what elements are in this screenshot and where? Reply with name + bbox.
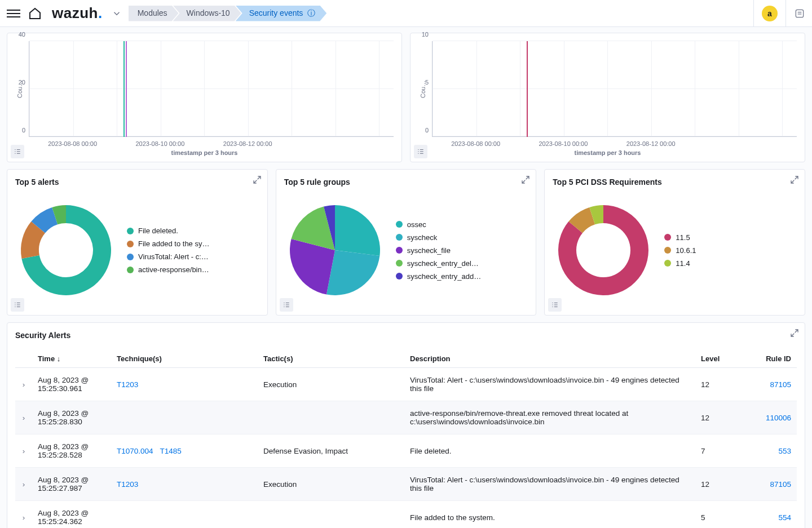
app-header: wazuh. Modules Windows-10 Security event… — [0, 0, 812, 27]
technique-link[interactable]: T1485 — [160, 447, 182, 455]
legend-label: syscheck — [407, 233, 437, 242]
breadcrumb-modules[interactable]: Modules — [129, 6, 179, 21]
legend-item[interactable]: active-response/bin… — [127, 265, 259, 274]
legend-item[interactable]: ossec — [396, 220, 528, 229]
legend-item[interactable]: File deleted. — [127, 227, 259, 235]
legend-swatch — [664, 234, 671, 241]
news-icon[interactable] — [794, 8, 805, 19]
list-toggle-icon[interactable] — [280, 298, 293, 312]
content: Cou… 020402023-08-08 00:002023-08-10 00:… — [0, 27, 812, 528]
pie-chart[interactable] — [553, 197, 654, 304]
expand-icon[interactable] — [790, 329, 799, 338]
panel-title: Security Alerts — [15, 331, 797, 340]
list-toggle-icon[interactable] — [11, 298, 24, 312]
ts-plot[interactable]: 05102023-08-08 00:002023-08-10 00:002023… — [432, 41, 797, 137]
logo[interactable]: wazuh. — [52, 5, 103, 22]
pie-chart[interactable] — [284, 197, 386, 304]
table-row: › Aug 8, 2023 @ 15:25:24.362 File added … — [15, 501, 797, 529]
cell-ruleid: 554 — [740, 501, 797, 529]
legend-item[interactable]: syscheck_entry_add… — [396, 272, 528, 281]
cell-technique: T1203 — [111, 368, 258, 401]
legend-swatch — [396, 260, 403, 267]
expand-row-icon[interactable]: › — [15, 368, 32, 401]
legend-label: 11.4 — [676, 259, 690, 268]
ruleid-link[interactable]: 110006 — [766, 414, 791, 422]
cell-ruleid: 87105 — [740, 468, 797, 501]
col-description[interactable]: Description — [404, 350, 695, 368]
chevron-down-icon[interactable] — [112, 8, 122, 19]
cell-technique: T1070.004T1485 — [111, 434, 258, 468]
pie-chart[interactable] — [15, 197, 117, 304]
legend-label: ossec — [407, 220, 426, 229]
logo-dot: . — [98, 5, 103, 21]
col-technique[interactable]: Technique(s) — [111, 350, 258, 368]
expand-icon[interactable] — [521, 175, 530, 184]
legend-swatch — [127, 254, 134, 260]
expand-row-icon[interactable]: › — [15, 434, 32, 468]
table-row: › Aug 8, 2023 @ 15:25:30.961 T1203 Execu… — [15, 368, 797, 401]
legend-item[interactable]: 11.5 — [664, 233, 797, 242]
pie-slice[interactable] — [335, 205, 380, 256]
pie-panel-1: Top 5 rule groups ossecsyschecksyscheck_… — [276, 169, 537, 316]
legend-label: syscheck_file — [407, 246, 451, 255]
ts-xlabel: timestamp per 3 hours — [15, 149, 394, 156]
home-icon[interactable] — [28, 7, 42, 20]
legend-item[interactable]: syscheck_file — [396, 246, 528, 255]
ruleid-link[interactable]: 87105 — [770, 480, 791, 489]
svg-rect-0 — [796, 10, 803, 17]
legend-item[interactable]: 11.4 — [664, 259, 797, 268]
menu-icon[interactable] — [7, 7, 20, 20]
info-icon: ⓘ — [307, 8, 315, 17]
col-label: Time — [38, 354, 55, 363]
technique-link[interactable]: T1203 — [117, 380, 138, 389]
ts-ylabel: Cou… — [15, 41, 24, 137]
ruleid-link[interactable]: 554 — [778, 513, 791, 522]
legend-item[interactable]: syscheck — [396, 233, 528, 242]
avatar[interactable]: a — [762, 6, 778, 21]
technique-link[interactable]: T1070.004 — [117, 447, 153, 455]
legend-swatch — [664, 247, 671, 254]
legend-swatch — [664, 260, 671, 267]
ts-spike — [126, 41, 127, 137]
cell-level: 12 — [695, 468, 740, 501]
technique-link[interactable]: T1203 — [117, 480, 138, 489]
cell-ruleid: 553 — [740, 434, 797, 468]
expand-row-icon[interactable]: › — [15, 401, 32, 434]
ts-spike — [123, 41, 125, 137]
legend-item[interactable]: syscheck_entry_del… — [396, 259, 528, 268]
ts-plot[interactable]: 020402023-08-08 00:002023-08-10 00:00202… — [29, 41, 394, 137]
legend-swatch — [127, 228, 134, 234]
ruleid-link[interactable]: 553 — [778, 447, 791, 455]
legend-label: File added to the sy… — [138, 239, 209, 248]
col-level[interactable]: Level — [695, 350, 740, 368]
legend-item[interactable]: VirusTotal: Alert - c:… — [127, 252, 259, 261]
list-toggle-icon[interactable] — [414, 145, 427, 158]
cell-time: Aug 8, 2023 @ 15:25:28.830 — [32, 401, 111, 434]
expand-row-icon[interactable]: › — [15, 468, 32, 501]
legend: File deleted.File added to the sy…VirusT… — [127, 227, 259, 274]
cell-time: Aug 8, 2023 @ 15:25:30.961 — [32, 368, 111, 401]
ruleid-link[interactable]: 87105 — [770, 380, 791, 389]
pie-slice[interactable] — [326, 250, 379, 295]
ts-ytick: 20 — [19, 79, 29, 86]
legend-item[interactable]: 10.6.1 — [664, 246, 797, 255]
list-toggle-icon[interactable] — [11, 145, 24, 158]
ts-ytick: 0 — [425, 127, 432, 134]
cell-description: File added to the system. — [404, 501, 695, 529]
cell-level: 12 — [695, 401, 740, 434]
breadcrumb-agent[interactable]: Windows-10 — [173, 6, 241, 21]
cell-tactic: Defense Evasion, Impact — [258, 434, 404, 468]
expand-icon[interactable] — [790, 175, 799, 184]
legend-swatch — [396, 273, 403, 279]
legend-item[interactable]: File added to the sy… — [127, 239, 259, 248]
expand-icon[interactable] — [253, 175, 262, 184]
cell-level: 7 — [695, 434, 740, 468]
expand-row-icon[interactable]: › — [15, 501, 32, 529]
col-tactic[interactable]: Tactic(s) — [258, 350, 404, 368]
list-toggle-icon[interactable] — [548, 298, 562, 312]
legend-swatch — [396, 221, 403, 228]
panel-title: Top 5 PCI DSS Requirements — [553, 178, 797, 187]
col-ruleid[interactable]: Rule ID — [740, 350, 797, 368]
breadcrumb-security-events[interactable]: Security events ⓘ — [236, 6, 327, 21]
col-time[interactable]: Time ↓ — [32, 350, 111, 368]
